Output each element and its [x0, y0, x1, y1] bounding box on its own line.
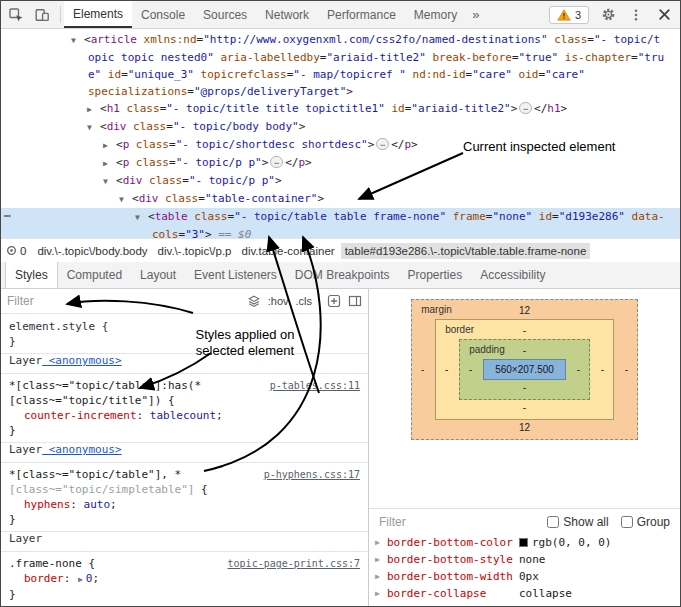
dom-line[interactable]: e" id="unique_3" topicrefclass="- map/to…	[1, 66, 680, 83]
breadcrumb-item[interactable]: div.\-.topic\/body.body	[33, 243, 151, 259]
expand-shorthand-icon[interactable]: ▶	[78, 575, 83, 584]
device-toolbar-icon[interactable]	[29, 2, 55, 28]
stylesheet-link[interactable]: p-tables.css:11	[270, 378, 360, 393]
dom-line[interactable]: ▶<h1 class="- topic/title title topictit…	[1, 100, 680, 118]
computed-property-row[interactable]: ▶border-image-outset	[369, 602, 680, 606]
settings-gear-icon[interactable]	[595, 2, 621, 28]
margin-left-value[interactable]: -	[418, 364, 427, 375]
twisty-expanded-icon[interactable]: ▼	[87, 119, 100, 136]
twisty-collapsed-icon[interactable]: ▶	[87, 101, 100, 118]
sidebar-tab-layout[interactable]: Layout	[131, 262, 185, 288]
border-left-value[interactable]: -	[442, 364, 451, 375]
group-checkbox[interactable]: Group	[621, 515, 670, 529]
dom-line[interactable]: cols="3"> == $0	[1, 226, 680, 238]
breadcrumb-item[interactable]: div.\-.topic\/p.p	[154, 243, 236, 259]
dom-line[interactable]: specializations="@props/deliveryTarget">	[1, 83, 680, 100]
inspect-element-icon[interactable]	[3, 2, 29, 28]
computed-property-row[interactable]: ▶border-bottom-colorrgb(0, 0, 0)	[369, 534, 680, 551]
dom-line[interactable]: ▶<p class="- topic/p p">…</p>	[1, 154, 680, 172]
more-menu-icon[interactable]	[623, 2, 649, 28]
computed-sidebar-toggle-icon[interactable]	[348, 294, 362, 308]
computed-property-row[interactable]: ▶border-bottom-stylenone	[369, 551, 680, 568]
css-layers-icon[interactable]	[247, 294, 261, 308]
css-selector[interactable]: [class~="topic/title"]) {	[9, 393, 360, 408]
border-right-value[interactable]: -	[598, 364, 607, 375]
layer-link[interactable]: <anonymous>	[42, 354, 121, 367]
dom-line[interactable]: ▼<div class="- topic/p p">	[1, 172, 680, 190]
tab-elements[interactable]: Elements	[64, 1, 132, 28]
twisty-expanded-icon[interactable]: ▼	[135, 209, 148, 226]
close-icon[interactable]	[651, 2, 677, 28]
padding-left-value[interactable]: -	[466, 364, 475, 375]
group-label: Group	[637, 515, 670, 529]
sidebar-tab-accessibility[interactable]: Accessibility	[471, 262, 554, 288]
sidebar-tab-event-listeners[interactable]: Event Listeners	[185, 262, 286, 288]
box-model-border[interactable]: border - - padding - -	[435, 319, 614, 420]
css-selector[interactable]: [class~="topic/simpletable"] {	[9, 482, 360, 497]
computed-property-row[interactable]: ▶border-bottom-width0px	[369, 568, 680, 585]
border-bottom-value[interactable]: -	[442, 400, 607, 416]
expand-icon[interactable]: ▶	[375, 572, 387, 581]
badge-count: 0	[20, 245, 26, 257]
dom-line[interactable]: ▶<p class="- topic/shortdesc shortdesc">…	[1, 136, 680, 154]
tab-console[interactable]: Console	[132, 1, 194, 28]
tab-sources[interactable]: Sources	[194, 1, 256, 28]
expand-icon[interactable]: ▶	[375, 589, 387, 598]
css-declaration[interactable]: border: ▶0;	[9, 571, 360, 587]
sidebar-tab-dom-breakpoints[interactable]: DOM Breakpoints	[286, 262, 399, 288]
css-selector[interactable]: p-hyphens.css:17*[class~="topic/table"],…	[9, 467, 360, 482]
new-style-rule-icon[interactable]	[327, 294, 341, 308]
dom-line[interactable]: opic topic nested0" aria-labelledby="ari…	[1, 49, 680, 66]
dom-line[interactable]: ▼<div class="table-container">	[1, 190, 680, 208]
layer-link[interactable]: <anonymous>	[42, 443, 121, 456]
margin-right-value[interactable]: -	[622, 364, 631, 375]
breadcrumb-badge[interactable]: 0	[6, 245, 26, 257]
twisty-expanded-icon[interactable]: ▼	[119, 191, 132, 208]
expand-icon[interactable]: ▶	[375, 555, 387, 564]
toggle-hover-state-button[interactable]: :hov	[268, 295, 289, 307]
sidebar-tab-styles[interactable]: Styles	[5, 262, 58, 288]
css-selector[interactable]: topic-page-print.css:7.frame-none {	[9, 556, 360, 571]
twisty-collapsed-icon[interactable]: ▶	[103, 137, 116, 154]
dom-line[interactable]: …▼<table class="- topic/table table fram…	[1, 208, 680, 226]
twisty-collapsed-icon[interactable]: ▶	[103, 155, 116, 172]
sidebar-tab-computed[interactable]: Computed	[58, 262, 131, 288]
ellipsis-badge: …	[376, 138, 389, 150]
color-swatch[interactable]	[519, 538, 528, 547]
css-declaration[interactable]: hyphens: auto;	[9, 497, 360, 512]
twisty-expanded-icon[interactable]: ▼	[103, 173, 116, 190]
sidebar-tab-properties[interactable]: Properties	[399, 262, 472, 288]
computed-filter-input[interactable]	[379, 515, 535, 529]
box-model-margin[interactable]: margin 12 - border - -	[411, 299, 638, 440]
breadcrumb-item[interactable]: div.table-container	[238, 243, 339, 259]
element-style-rule[interactable]: element.style { }	[1, 314, 368, 354]
css-selector[interactable]: p-tables.css:11*[class~="topic/table"]:h…	[9, 378, 360, 393]
css-declaration[interactable]: counter-increment: tablecount;	[9, 408, 360, 423]
computed-property-value: none	[519, 553, 546, 566]
row-menu-icon[interactable]: …	[4, 205, 11, 222]
computed-property-row[interactable]: ▶border-collapsecollapse	[369, 585, 680, 602]
group-checkbox-input[interactable]	[621, 516, 633, 528]
dom-line[interactable]: ▼<article xmlns:nd="http://www.oxygenxml…	[1, 31, 680, 49]
twisty-expanded-icon[interactable]: ▼	[71, 32, 84, 49]
tab-network[interactable]: Network	[256, 1, 318, 28]
box-model-content[interactable]: 560×207.500	[483, 359, 566, 380]
dom-line[interactable]: ▼<div class="- topic/body body">	[1, 118, 680, 136]
dom-token: </	[391, 138, 404, 151]
margin-bottom-value[interactable]: 12	[418, 420, 631, 436]
styles-filter-input[interactable]	[7, 294, 240, 308]
padding-bottom-value[interactable]: -	[466, 380, 583, 396]
tab-performance[interactable]: Performance	[318, 1, 405, 28]
element-classes-button[interactable]: .cls	[296, 295, 313, 307]
box-model-padding[interactable]: padding - - 560×207.500 - -	[459, 339, 590, 400]
padding-right-value[interactable]: -	[574, 364, 583, 375]
more-tabs-icon[interactable]: »	[466, 1, 485, 28]
stylesheet-link[interactable]: topic-page-print.css:7	[228, 556, 360, 571]
breadcrumb-item[interactable]: table#d193e286.\-.topic\/table.table.fra…	[341, 243, 591, 259]
tab-memory[interactable]: Memory	[405, 1, 466, 28]
stylesheet-link[interactable]: p-hyphens.css:17	[264, 467, 360, 482]
show-all-checkbox[interactable]: Show all	[547, 515, 608, 529]
warning-badge[interactable]: 3	[549, 6, 589, 24]
expand-icon[interactable]: ▶	[375, 538, 387, 547]
show-all-checkbox-input[interactable]	[547, 516, 559, 528]
